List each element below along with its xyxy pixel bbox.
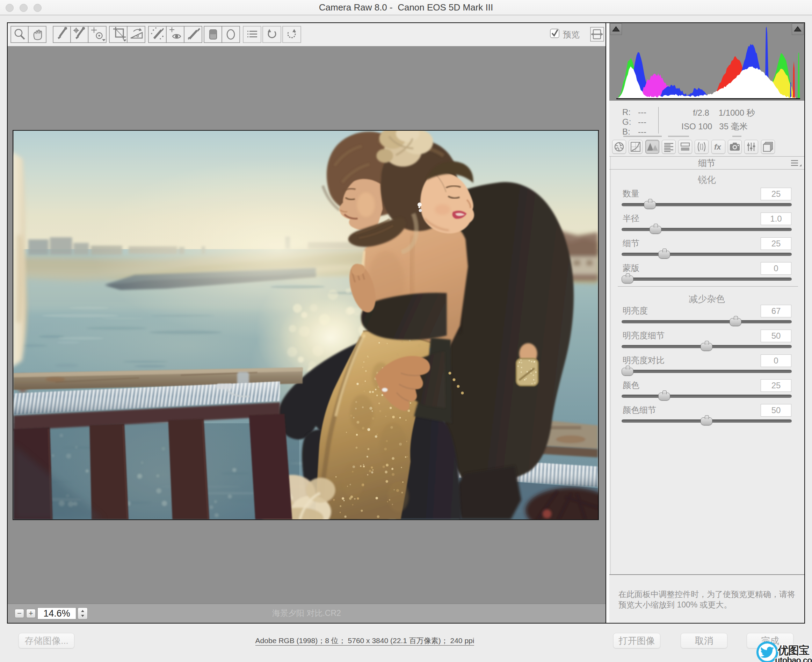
svg-text:fx: fx: [714, 143, 721, 151]
